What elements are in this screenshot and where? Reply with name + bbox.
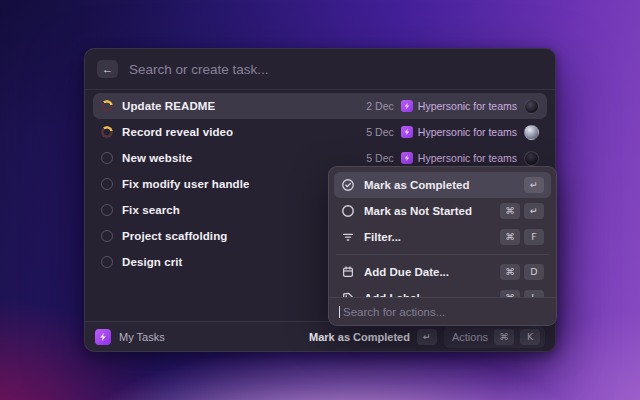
lightning-bolt-icon — [401, 100, 413, 112]
task-due-date: 2 Dec — [366, 100, 393, 112]
workspace-label: My Tasks — [119, 331, 301, 343]
circle-icon — [341, 204, 355, 218]
f-key-badge: F — [524, 229, 544, 245]
menu-item-mark-completed[interactable]: Mark as Completed ↵ — [334, 172, 551, 198]
task-status-icon[interactable] — [101, 204, 113, 216]
workspace-badge: Hypersonic for teams — [401, 100, 517, 112]
lightning-bolt-icon — [401, 126, 413, 138]
command-key-badge: ⌘ — [500, 229, 520, 245]
command-key-badge: ⌘ — [500, 203, 520, 219]
menu-item-filter[interactable]: Filter... ⌘ F — [334, 224, 551, 250]
text-cursor — [339, 306, 340, 318]
task-status-icon[interactable] — [101, 178, 113, 190]
menu-item-label: Mark as Completed — [364, 179, 515, 191]
actions-search-placeholder: Search for actions... — [341, 306, 445, 318]
menu-item-add-due-date[interactable]: Add Due Date... ⌘ D — [334, 259, 551, 285]
return-key-badge: ↵ — [524, 203, 544, 219]
task-row[interactable]: Update README 2 Dec Hypersonic for teams — [93, 93, 547, 119]
assignee-avatar — [524, 151, 539, 166]
assignee-avatar — [524, 99, 539, 114]
task-status-icon[interactable] — [101, 230, 113, 242]
workspace-badge: Hypersonic for teams — [401, 152, 517, 164]
menu-item-label: Add Due Date... — [364, 266, 491, 278]
actions-label: Actions — [452, 331, 488, 343]
menu-item-label: Filter... — [364, 231, 491, 243]
task-row[interactable]: Record reveal video 5 Dec Hypersonic for… — [93, 119, 547, 145]
desktop-background: ← Search or create task... Update README… — [0, 0, 640, 400]
task-status-icon[interactable] — [101, 256, 113, 268]
task-status-icon[interactable] — [101, 152, 113, 164]
d-key-badge: D — [524, 264, 544, 280]
menu-item-label: Mark as Not Started — [364, 205, 491, 217]
app-logo-icon — [95, 329, 111, 345]
command-key-badge: ⌘ — [494, 329, 514, 345]
calendar-icon — [341, 265, 355, 279]
lightning-bolt-icon — [401, 152, 413, 164]
primary-action-label[interactable]: Mark as Completed — [309, 331, 410, 343]
task-title: Update README — [122, 100, 357, 112]
search-input[interactable]: Search or create task... — [129, 62, 269, 77]
task-due-date: 5 Dec — [366, 126, 393, 138]
back-button[interactable]: ← — [97, 60, 118, 78]
workspace-name: Hypersonic for teams — [418, 126, 517, 138]
k-key-badge: K — [520, 329, 540, 345]
l-key-badge: L — [524, 290, 544, 297]
workspace-badge: Hypersonic for teams — [401, 126, 517, 138]
actions-search-input[interactable]: Search for actions... — [329, 297, 556, 325]
command-key-badge: ⌘ — [500, 264, 520, 280]
task-status-icon[interactable] — [101, 100, 113, 112]
task-title: New website — [122, 152, 357, 164]
return-key-badge: ↵ — [417, 329, 437, 345]
assignee-avatar — [524, 125, 539, 140]
task-title: Record reveal video — [122, 126, 357, 138]
menu-divider — [336, 254, 549, 255]
actions-button[interactable]: Actions ⌘ K — [444, 326, 545, 348]
menu-item-add-label[interactable]: Add Label... ⌘ L — [334, 285, 551, 297]
actions-menu: Mark as Completed ↵ Mark as Not Started … — [328, 166, 557, 326]
workspace-name: Hypersonic for teams — [418, 152, 517, 164]
return-key-badge: ↵ — [524, 177, 544, 193]
back-arrow-icon: ← — [102, 64, 113, 75]
check-circle-icon — [341, 178, 355, 192]
filter-icon — [341, 230, 355, 244]
command-key-badge: ⌘ — [500, 290, 520, 297]
workspace-name: Hypersonic for teams — [418, 100, 517, 112]
actions-menu-list: Mark as Completed ↵ Mark as Not Started … — [329, 167, 556, 297]
task-status-icon[interactable] — [101, 126, 113, 138]
search-bar: ← Search or create task... — [85, 49, 555, 89]
task-due-date: 5 Dec — [366, 152, 393, 164]
menu-item-mark-not-started[interactable]: Mark as Not Started ⌘ ↵ — [334, 198, 551, 224]
